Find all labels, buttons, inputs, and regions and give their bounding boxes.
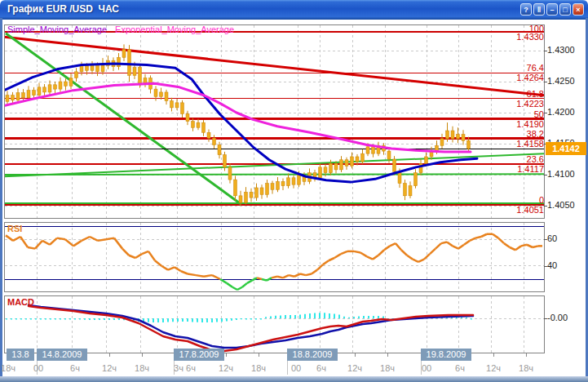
chart-window: График EUR /USD ЧАС ?‖–□× Simple_Moving_…	[0, 0, 588, 382]
window-title: График EUR /USD ЧАС	[7, 3, 119, 15]
rsi-axis-tick	[544, 266, 547, 267]
fib-percent-label: 23.6	[527, 155, 544, 164]
window-buttons: ?‖–□×	[520, 3, 584, 16]
price-axis-label: 1.4100	[547, 170, 575, 179]
date-badge: 18.8.2009	[287, 349, 338, 361]
fib-percent-label: 50	[534, 110, 544, 119]
date-badge: 14.8.2009	[37, 349, 87, 361]
time-axis-label: 12ч	[343, 363, 366, 373]
rsi-axis-label: 40	[547, 261, 557, 270]
indicator-legend: Simple_Moving_AverageExponential_Moving_…	[7, 25, 242, 34]
time-axis-label: 00	[27, 363, 50, 373]
price-axis-tick	[544, 51, 547, 51]
fib-percent-label: 76.4	[527, 64, 544, 73]
time-axis-label: 18ч	[376, 363, 399, 373]
time-axis-tick	[493, 353, 494, 357]
time-axis-label: 00	[285, 363, 307, 373]
time-axis-tick	[387, 353, 388, 357]
fib-price-label: 1.4330	[516, 33, 544, 42]
time-axis-label: 6ч	[449, 363, 471, 373]
minimize-button[interactable]: –	[546, 3, 558, 16]
price-axis-label: 1.4300	[547, 46, 575, 55]
rsi-panel-canvas[interactable]	[4, 222, 545, 292]
time-axis-label: 00	[415, 363, 438, 373]
maximize-button[interactable]: □	[559, 3, 571, 16]
legend-ema-label: Exponential_Moving_Average	[115, 24, 234, 34]
price-axis-tick	[544, 175, 547, 175]
macd-axis-label: -0.00	[547, 313, 568, 322]
date-badge: 13.8	[7, 349, 34, 361]
macd-panel-canvas[interactable]	[4, 295, 545, 353]
fib-price-label: 1.4117	[517, 165, 544, 174]
time-axis-tick	[355, 353, 356, 357]
main-chart-canvas[interactable]	[4, 24, 545, 219]
time-axis-label: 6ч	[310, 363, 333, 373]
time-axis-tick	[259, 353, 259, 357]
time-axis-label: 6ч	[64, 363, 86, 373]
fib-price-label: 1.4264	[516, 73, 544, 82]
fib-price-label: 1.4190	[516, 120, 544, 129]
fib-percent-label: 0	[539, 196, 544, 205]
time-axis-label: 18ч	[0, 363, 20, 373]
time-axis-tick	[526, 353, 527, 357]
time-axis-label: 18ч	[247, 363, 270, 373]
pause-button[interactable]: ‖	[533, 3, 545, 16]
close-button[interactable]: ×	[573, 3, 584, 16]
time-axis-tick	[109, 353, 110, 357]
time-axis-label: 12ч	[214, 363, 237, 373]
title-bar[interactable]: График EUR /USD ЧАС ?‖–□×	[0, 0, 588, 20]
time-axis-tick	[226, 353, 227, 357]
macd-panel-title: MACD	[7, 297, 34, 307]
fib-percent-label: 38.2	[527, 130, 544, 139]
price-axis-tick	[544, 82, 547, 82]
date-badge: 17.8.2009	[174, 349, 224, 361]
rsi-axis-tick	[544, 239, 547, 240]
price-axis-tick	[544, 206, 547, 207]
current-price-tag: 1.4142	[546, 142, 586, 155]
help-button[interactable]: ?	[520, 3, 532, 16]
price-axis-label: 1.4050	[547, 201, 575, 210]
price-axis-label: 1.4250	[547, 77, 575, 86]
time-axis-label: 12ч	[482, 363, 505, 373]
window-border-left	[0, 18, 2, 377]
window-border-bottom	[0, 376, 588, 382]
macd-axis-tick	[544, 318, 547, 319]
time-axis-tick	[142, 353, 143, 357]
time-axis-label: 18ч	[130, 363, 153, 373]
rsi-axis-label: 60	[547, 234, 557, 243]
time-axis-label: 6ч	[179, 363, 202, 373]
fib-percent-label: 61.8	[527, 90, 544, 99]
fib-price-label: 1.4051	[516, 206, 544, 215]
fib-price-label: 1.4158	[516, 140, 544, 149]
legend-sma-label: Simple_Moving_Average	[7, 24, 107, 34]
date-badge: 19.8.2009	[421, 349, 471, 361]
price-axis-tick	[544, 113, 547, 113]
time-axis-label: 18ч	[515, 363, 537, 373]
price-axis-label: 1.4200	[547, 108, 575, 117]
time-axis-label: 12ч	[98, 363, 121, 373]
fib-price-label: 1.4223	[516, 100, 544, 109]
rsi-panel-title: RSI	[7, 224, 22, 233]
